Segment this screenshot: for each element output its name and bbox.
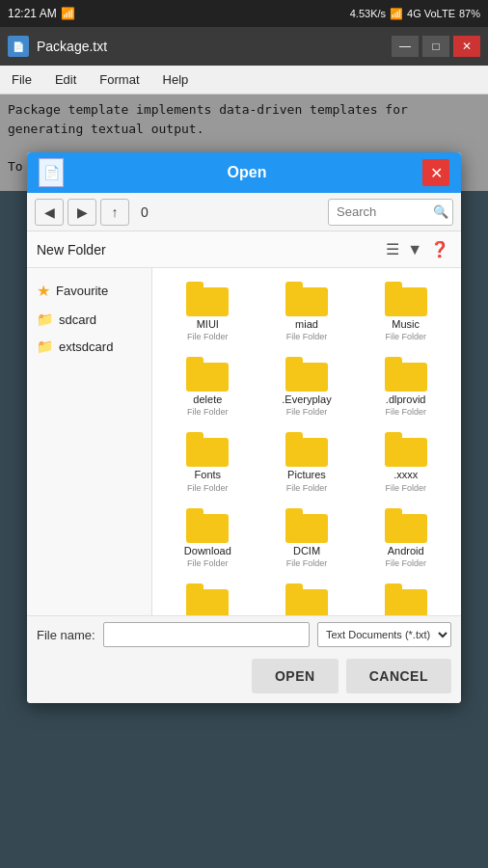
folder-icon	[186, 282, 229, 316]
window-title: Package.txt	[37, 39, 384, 54]
file-name-label: .Everyplay	[282, 393, 331, 406]
file-grid: MIUIFile FoldermiadFile FolderMusicFile …	[152, 268, 461, 615]
folder-icon	[285, 282, 328, 316]
folder-icon	[186, 508, 229, 543]
list-item[interactable]: MIUIFile Folder	[160, 276, 256, 347]
file-type-label: File Folder	[286, 407, 328, 417]
level-display: 0	[133, 203, 156, 222]
new-folder-icons: ☰ ▼ ❓	[384, 238, 451, 260]
dialog-bottom: File name: Text Documents (*.txt)All Fil…	[27, 615, 461, 703]
file-type-label: File Folder	[187, 558, 229, 568]
folder-icon	[385, 282, 427, 316]
file-name-label: delete	[193, 393, 222, 406]
open-dialog: 📄 Open ✕ ◀ ▶ ↑ 0 🔍 New Folder ☰ ▼ ❓	[27, 152, 461, 703]
cancel-button[interactable]: CANCEL	[346, 659, 451, 693]
file-name-label: Pictures	[287, 469, 326, 481]
list-item[interactable]: PicturesFile Folder	[259, 426, 355, 498]
forward-button[interactable]: ▶	[68, 199, 96, 226]
folder-icon	[385, 583, 427, 615]
list-item[interactable]: .EveryplayFile Folder	[259, 351, 355, 422]
file-type-label: File Folder	[385, 332, 426, 341]
menu-help[interactable]: Help	[151, 68, 201, 91]
file-type-label: File Folder	[286, 558, 328, 568]
list-item[interactable]: DCIMFile Folder	[259, 502, 355, 574]
folder-icon-sdcard: 📁	[37, 312, 53, 327]
help-icon[interactable]: ❓	[428, 238, 451, 260]
file-type-label: File Folder	[385, 558, 426, 568]
speed-display: 4.53K/s	[350, 8, 386, 19]
list-item[interactable]: LauncherFile Folder	[358, 578, 453, 615]
file-name-label: .dlprovid	[386, 393, 426, 406]
file-name-label: Android	[388, 545, 424, 557]
view-list-icon[interactable]: ☰	[384, 238, 401, 260]
file-name-label: Download	[184, 545, 231, 557]
file-type-label: File Folder	[385, 483, 426, 493]
list-item[interactable]: DownloadFile Folder	[160, 502, 256, 574]
file-name-label: miad	[295, 318, 318, 331]
sidebar-item-sdcard[interactable]: 📁 sdcard	[27, 306, 151, 333]
network-display: 4G VoLTE	[407, 8, 455, 19]
filename-row: File name: Text Documents (*.txt)All Fil…	[27, 616, 461, 653]
list-item[interactable]: AndroidFile Folder	[358, 502, 453, 574]
list-item[interactable]: deleteFile Folder	[160, 351, 256, 422]
notification-icons: 📶	[61, 7, 75, 20]
file-type-label: File Folder	[286, 483, 328, 493]
window-titlebar: 📄 Package.txt — □ ✕	[0, 27, 488, 66]
filename-input[interactable]	[103, 622, 310, 647]
list-item[interactable]: FontsFile Folder	[160, 426, 256, 498]
folder-icon-extsdcard: 📁	[37, 339, 53, 354]
status-left: 12:21 AM 📶	[8, 7, 75, 20]
maximize-button[interactable]: □	[422, 36, 449, 57]
minimize-button[interactable]: —	[392, 36, 419, 57]
status-bar: 12:21 AM 📶 4.53K/s 📶 4G VoLTE 87%	[0, 0, 488, 27]
list-item[interactable]: dianxinFile Folder	[259, 578, 355, 615]
menu-edit[interactable]: Edit	[43, 68, 88, 91]
sidebar-item-extsdcard[interactable]: 📁 extsdcard	[27, 333, 151, 360]
list-item[interactable]: .dlprovidFile Folder	[358, 351, 453, 422]
app-icon: 📄	[8, 36, 29, 57]
file-name-label: Music	[392, 318, 420, 331]
star-icon: ★	[37, 282, 50, 300]
dialog-titlebar: 📄 Open ✕	[27, 152, 461, 193]
up-button[interactable]: ↑	[100, 199, 129, 226]
search-box[interactable]: 🔍	[328, 199, 453, 226]
dialog-title: Open	[71, 164, 422, 181]
folder-icon	[285, 357, 328, 392]
status-right: 4.53K/s 📶 4G VoLTE 87%	[350, 8, 480, 20]
file-type-label: File Folder	[187, 332, 229, 341]
list-item[interactable]: miadFile Folder	[259, 276, 355, 347]
open-button[interactable]: OPEN	[252, 659, 339, 693]
time-display: 12:21 AM	[8, 7, 57, 20]
file-name-label: MIUI	[197, 318, 219, 331]
folder-icon	[385, 357, 427, 392]
modal-overlay: 📄 Open ✕ ◀ ▶ ↑ 0 🔍 New Folder ☰ ▼ ❓	[0, 95, 488, 868]
sidebar-item-favourite[interactable]: ★ Favourite	[27, 276, 151, 306]
folder-icon	[285, 508, 328, 543]
menu-file[interactable]: File	[0, 68, 43, 91]
file-name-label: Fonts	[195, 469, 222, 481]
list-item[interactable]: MusicFile Folder	[358, 276, 453, 347]
search-input[interactable]	[337, 204, 433, 219]
action-row: OPEN CANCEL	[27, 653, 461, 703]
file-type-label: File Folder	[286, 332, 328, 341]
view-dropdown-icon[interactable]: ▼	[405, 239, 424, 260]
new-folder-label: New Folder	[37, 242, 106, 258]
dialog-file-icon: 📄	[39, 158, 64, 187]
menu-bar: File Edit Format Help	[0, 66, 488, 95]
window-controls: — □ ✕	[392, 36, 480, 57]
new-folder-row: New Folder ☰ ▼ ❓	[27, 231, 461, 268]
close-button[interactable]: ✕	[453, 36, 480, 57]
folder-icon	[285, 432, 328, 467]
file-type-label: File Folder	[187, 407, 229, 417]
list-item[interactable]: PicsArtFile Folder	[160, 578, 256, 615]
folder-icon	[186, 357, 229, 392]
back-button[interactable]: ◀	[35, 199, 64, 226]
filetype-select[interactable]: Text Documents (*.txt)All Files (*.*)	[317, 622, 451, 647]
dialog-close-button[interactable]: ✕	[422, 159, 449, 186]
menu-format[interactable]: Format	[88, 68, 150, 91]
folder-icon	[186, 583, 229, 615]
search-icon: 🔍	[433, 204, 448, 219]
folder-icon	[285, 583, 328, 615]
list-item[interactable]: .xxxxFile Folder	[358, 426, 453, 498]
wifi-icon: 📶	[390, 8, 403, 20]
